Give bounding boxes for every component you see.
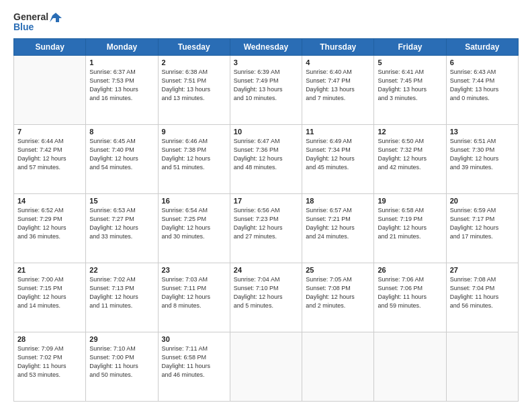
day-number: 9 xyxy=(162,128,226,136)
day-number: 12 xyxy=(378,128,442,136)
day-cell: 22Sunrise: 7:02 AM Sunset: 7:13 PM Dayli… xyxy=(86,263,158,332)
day-cell: 1Sunrise: 6:37 AM Sunset: 7:53 PM Daylig… xyxy=(86,55,158,124)
svg-marker-0 xyxy=(50,13,62,22)
day-info: Sunrise: 6:52 AM Sunset: 7:29 PM Dayligh… xyxy=(17,206,82,241)
day-info: Sunrise: 7:08 AM Sunset: 7:04 PM Dayligh… xyxy=(450,275,515,310)
day-cell: 10Sunrise: 6:47 AM Sunset: 7:36 PM Dayli… xyxy=(230,124,302,193)
day-number: 19 xyxy=(378,197,442,205)
day-info: Sunrise: 6:49 AM Sunset: 7:34 PM Dayligh… xyxy=(306,137,370,172)
day-info: Sunrise: 6:58 AM Sunset: 7:19 PM Dayligh… xyxy=(378,206,442,241)
weekday-monday: Monday xyxy=(86,38,158,55)
day-cell: 5Sunrise: 6:41 AM Sunset: 7:45 PM Daylig… xyxy=(374,55,446,124)
day-number: 18 xyxy=(306,197,370,205)
day-number: 15 xyxy=(89,197,154,205)
day-cell xyxy=(230,332,302,401)
week-row-5: 28Sunrise: 7:09 AM Sunset: 7:02 PM Dayli… xyxy=(14,332,519,401)
day-info: Sunrise: 6:41 AM Sunset: 7:45 PM Dayligh… xyxy=(378,68,442,103)
day-info: Sunrise: 6:45 AM Sunset: 7:40 PM Dayligh… xyxy=(89,137,154,172)
week-row-3: 14Sunrise: 6:52 AM Sunset: 7:29 PM Dayli… xyxy=(14,193,519,263)
day-info: Sunrise: 6:43 AM Sunset: 7:44 PM Dayligh… xyxy=(450,68,515,103)
day-info: Sunrise: 7:06 AM Sunset: 7:06 PM Dayligh… xyxy=(378,275,442,310)
day-info: Sunrise: 7:11 AM Sunset: 6:58 PM Dayligh… xyxy=(162,345,226,379)
day-info: Sunrise: 6:39 AM Sunset: 7:49 PM Dayligh… xyxy=(234,68,298,103)
day-number: 4 xyxy=(306,58,370,66)
logo-blue: Blue xyxy=(13,22,34,32)
day-number: 13 xyxy=(450,128,515,136)
logo-bird-icon xyxy=(50,13,62,22)
day-info: Sunrise: 6:56 AM Sunset: 7:23 PM Dayligh… xyxy=(234,206,298,241)
day-info: Sunrise: 6:37 AM Sunset: 7:53 PM Dayligh… xyxy=(89,68,154,103)
day-cell: 17Sunrise: 6:56 AM Sunset: 7:23 PM Dayli… xyxy=(230,193,302,263)
day-cell: 3Sunrise: 6:39 AM Sunset: 7:49 PM Daylig… xyxy=(230,55,302,124)
day-info: Sunrise: 6:38 AM Sunset: 7:51 PM Dayligh… xyxy=(162,68,226,103)
logo-general: General xyxy=(13,12,48,22)
day-number: 3 xyxy=(234,58,298,66)
day-info: Sunrise: 7:00 AM Sunset: 7:15 PM Dayligh… xyxy=(17,275,82,310)
day-number: 20 xyxy=(450,197,515,205)
day-cell: 13Sunrise: 6:51 AM Sunset: 7:30 PM Dayli… xyxy=(446,124,518,193)
day-cell: 23Sunrise: 7:03 AM Sunset: 7:11 PM Dayli… xyxy=(158,263,230,332)
day-info: Sunrise: 6:59 AM Sunset: 7:17 PM Dayligh… xyxy=(450,206,515,241)
day-number: 14 xyxy=(17,197,82,205)
day-number: 21 xyxy=(17,266,82,274)
day-cell: 29Sunrise: 7:10 AM Sunset: 7:00 PM Dayli… xyxy=(86,332,158,401)
day-number: 8 xyxy=(89,128,154,136)
week-row-4: 21Sunrise: 7:00 AM Sunset: 7:15 PM Dayli… xyxy=(14,263,519,332)
week-row-2: 7Sunrise: 6:44 AM Sunset: 7:42 PM Daylig… xyxy=(14,124,519,193)
day-cell: 2Sunrise: 6:38 AM Sunset: 7:51 PM Daylig… xyxy=(158,55,230,124)
day-cell xyxy=(446,332,518,401)
day-number: 25 xyxy=(306,266,370,274)
day-cell xyxy=(374,332,446,401)
day-cell: 18Sunrise: 6:57 AM Sunset: 7:21 PM Dayli… xyxy=(302,193,374,263)
day-number: 6 xyxy=(450,58,515,66)
day-cell: 27Sunrise: 7:08 AM Sunset: 7:04 PM Dayli… xyxy=(446,263,518,332)
day-cell: 14Sunrise: 6:52 AM Sunset: 7:29 PM Dayli… xyxy=(14,193,86,263)
day-number: 23 xyxy=(162,266,226,274)
day-cell: 15Sunrise: 6:53 AM Sunset: 7:27 PM Dayli… xyxy=(86,193,158,263)
day-cell: 25Sunrise: 7:05 AM Sunset: 7:08 PM Dayli… xyxy=(302,263,374,332)
day-info: Sunrise: 6:54 AM Sunset: 7:25 PM Dayligh… xyxy=(162,206,226,241)
day-info: Sunrise: 7:10 AM Sunset: 7:00 PM Dayligh… xyxy=(89,345,154,379)
day-info: Sunrise: 7:02 AM Sunset: 7:13 PM Dayligh… xyxy=(89,275,154,310)
day-info: Sunrise: 7:03 AM Sunset: 7:11 PM Dayligh… xyxy=(162,275,226,310)
header: General Blue xyxy=(13,12,519,33)
day-number: 27 xyxy=(450,266,515,274)
day-cell xyxy=(302,332,374,401)
day-cell: 4Sunrise: 6:40 AM Sunset: 7:47 PM Daylig… xyxy=(302,55,374,124)
day-info: Sunrise: 7:05 AM Sunset: 7:08 PM Dayligh… xyxy=(306,275,370,310)
day-info: Sunrise: 7:09 AM Sunset: 7:02 PM Dayligh… xyxy=(17,345,82,379)
day-info: Sunrise: 6:40 AM Sunset: 7:47 PM Dayligh… xyxy=(306,68,370,103)
day-cell: 16Sunrise: 6:54 AM Sunset: 7:25 PM Dayli… xyxy=(158,193,230,263)
day-number: 30 xyxy=(162,335,226,343)
day-cell: 19Sunrise: 6:58 AM Sunset: 7:19 PM Dayli… xyxy=(374,193,446,263)
week-row-1: 1Sunrise: 6:37 AM Sunset: 7:53 PM Daylig… xyxy=(14,55,519,124)
day-info: Sunrise: 6:53 AM Sunset: 7:27 PM Dayligh… xyxy=(89,206,154,241)
day-cell: 20Sunrise: 6:59 AM Sunset: 7:17 PM Dayli… xyxy=(446,193,518,263)
day-info: Sunrise: 6:47 AM Sunset: 7:36 PM Dayligh… xyxy=(234,137,298,172)
day-number: 1 xyxy=(89,58,154,66)
day-info: Sunrise: 6:50 AM Sunset: 7:32 PM Dayligh… xyxy=(378,137,442,172)
day-cell: 7Sunrise: 6:44 AM Sunset: 7:42 PM Daylig… xyxy=(14,124,86,193)
calendar-table: SundayMondayTuesdayWednesdayThursdayFrid… xyxy=(13,38,519,402)
day-number: 2 xyxy=(162,58,226,66)
day-cell: 24Sunrise: 7:04 AM Sunset: 7:10 PM Dayli… xyxy=(230,263,302,332)
day-info: Sunrise: 6:46 AM Sunset: 7:38 PM Dayligh… xyxy=(162,137,226,172)
day-number: 7 xyxy=(17,128,82,136)
weekday-header-row: SundayMondayTuesdayWednesdayThursdayFrid… xyxy=(14,38,519,55)
day-cell: 6Sunrise: 6:43 AM Sunset: 7:44 PM Daylig… xyxy=(446,55,518,124)
day-cell: 28Sunrise: 7:09 AM Sunset: 7:02 PM Dayli… xyxy=(14,332,86,401)
weekday-tuesday: Tuesday xyxy=(158,38,230,55)
day-cell: 30Sunrise: 7:11 AM Sunset: 6:58 PM Dayli… xyxy=(158,332,230,401)
day-cell: 21Sunrise: 7:00 AM Sunset: 7:15 PM Dayli… xyxy=(14,263,86,332)
day-number: 29 xyxy=(89,335,154,343)
day-info: Sunrise: 6:44 AM Sunset: 7:42 PM Dayligh… xyxy=(17,137,82,172)
day-number: 16 xyxy=(162,197,226,205)
weekday-thursday: Thursday xyxy=(302,38,374,55)
weekday-saturday: Saturday xyxy=(446,38,518,55)
day-cell xyxy=(14,55,86,124)
weekday-friday: Friday xyxy=(374,38,446,55)
weekday-wednesday: Wednesday xyxy=(230,38,302,55)
day-number: 26 xyxy=(378,266,442,274)
page: General Blue SundayMondayTuesdayWednesda… xyxy=(0,0,532,411)
day-cell: 12Sunrise: 6:50 AM Sunset: 7:32 PM Dayli… xyxy=(374,124,446,193)
